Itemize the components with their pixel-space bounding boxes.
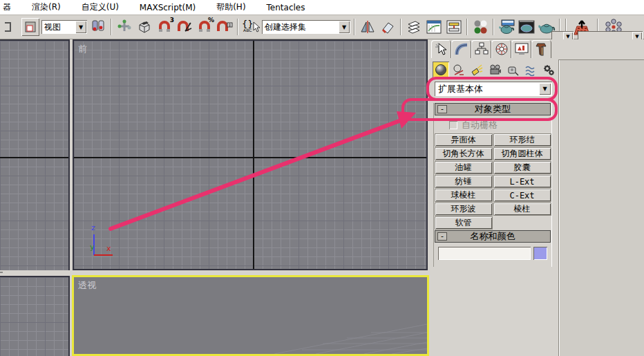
tab-display[interactable]: [511, 40, 531, 58]
chevron-down-icon[interactable]: ▼: [339, 21, 350, 33]
chevron-down-icon[interactable]: ▼: [539, 83, 551, 95]
main-toolbar: 视图 ▼ 3 % {} ABC: [0, 15, 644, 39]
button-hedra[interactable]: 异面体: [435, 134, 492, 146]
category-shapes[interactable]: [451, 62, 467, 77]
curve-editor-icon[interactable]: [425, 18, 443, 36]
mirror-icon[interactable]: [359, 18, 377, 36]
primitive-type-dropdown[interactable]: 扩展基本体 ▼: [435, 82, 552, 96]
named-selection-combo[interactable]: 创建选择集 ▼: [262, 20, 350, 34]
category-space-warps[interactable]: [522, 62, 539, 77]
toolbar-separator: [400, 19, 401, 35]
menu-item-tentacles[interactable]: Tentacles: [265, 1, 307, 14]
autogrid-row: 自动栅格: [449, 119, 551, 131]
3dsmax-window: 器 渲染(R) 自定义(U) MAXScript(M) 帮助(H) Tentac…: [0, 0, 644, 356]
use-pivot-point-center-icon[interactable]: [89, 18, 107, 36]
snap-3-badge: 3: [170, 17, 174, 24]
partial-left-icon[interactable]: [1, 18, 19, 36]
perspective-grid: [74, 277, 427, 354]
button-c-ext[interactable]: C-Ext: [494, 189, 551, 201]
viewport-bottom-partial[interactable]: [0, 276, 70, 356]
axis-tripod: z y x: [88, 219, 122, 261]
world-axis-line: [0, 157, 68, 158]
chevron-down-icon[interactable]: ▼: [75, 21, 86, 33]
viewport-front-label[interactable]: 前: [78, 43, 87, 55]
button-prism[interactable]: 棱柱: [494, 203, 551, 215]
menu-item-help[interactable]: 帮助(H): [215, 0, 247, 15]
select-region-icon[interactable]: [21, 18, 39, 36]
object-buttons-grid: 异面体 环形结 切角长方体 切角圆柱体 油罐 胶囊 纺锤 L-Ext 球棱柱 C…: [434, 133, 551, 234]
viewport-top-partial[interactable]: [0, 39, 70, 270]
menu-item-rendering[interactable]: 渲染(R): [30, 0, 62, 15]
render-setup-icon[interactable]: [498, 18, 515, 36]
collapse-icon[interactable]: -: [437, 105, 447, 113]
percent-badge: %: [208, 17, 214, 24]
named-selection-value: 创建选择集: [265, 21, 306, 33]
manage-layers-icon[interactable]: [405, 18, 423, 36]
name-color-rollout-title: 名称和颜色: [471, 230, 515, 243]
tab-create[interactable]: [431, 40, 451, 58]
button-oil-tank[interactable]: 油罐: [435, 162, 492, 174]
object-type-rollout-header[interactable]: - 对象类型: [435, 103, 551, 115]
select-and-manipulate-icon[interactable]: [115, 18, 133, 36]
world-axis-vertical: [253, 41, 254, 269]
toolbar-separator: [237, 19, 238, 35]
command-panel-tabs: [431, 40, 551, 59]
button-torus-knot[interactable]: 环形结: [494, 134, 551, 146]
tab-motion[interactable]: [491, 40, 511, 58]
category-helpers[interactable]: [504, 62, 521, 77]
button-ringwave[interactable]: 环形波: [435, 203, 492, 215]
schematic-view-icon[interactable]: [445, 18, 463, 36]
percent-snap-icon[interactable]: %: [196, 18, 214, 36]
command-panel: 扩展基本体 ▼ - 对象类型 自动栅格 异面体 环形结 切角长方体 切角圆柱体 …: [430, 39, 644, 356]
button-l-ext[interactable]: L-Ext: [494, 176, 551, 187]
spinner-snap-icon[interactable]: [216, 18, 234, 36]
object-color-swatch[interactable]: [533, 247, 547, 260]
name-color-row: [434, 243, 551, 265]
object-name-input[interactable]: [438, 247, 531, 260]
angle-snap-icon[interactable]: [176, 18, 193, 36]
button-chamfer-cylinder[interactable]: 切角圆柱体: [494, 148, 551, 160]
axis-y-label: y: [90, 243, 95, 252]
menu-item-customize[interactable]: 自定义(U): [80, 0, 120, 15]
menu-bar: 器 渲染(R) 自定义(U) MAXScript(M) 帮助(H) Tentac…: [0, 0, 644, 15]
viewport-perspective[interactable]: 透视: [72, 275, 429, 356]
create-categories: [433, 62, 557, 78]
rendered-frame-window-icon[interactable]: [518, 18, 536, 36]
align-icon[interactable]: [379, 18, 397, 36]
menu-item-partial[interactable]: 器: [1, 0, 12, 15]
category-geometry[interactable]: [433, 62, 449, 77]
toolbar-separator: [354, 19, 355, 35]
tab-utilities[interactable]: [531, 40, 551, 58]
snap-toggle-icon[interactable]: 3: [155, 18, 173, 36]
name-color-rollout: - 名称和颜色: [433, 230, 552, 267]
toolbar-separator: [111, 19, 112, 35]
axis-z-label: z: [91, 223, 95, 232]
primitive-type-value: 扩展基本体: [438, 83, 483, 95]
autogrid-checkbox[interactable]: [449, 121, 457, 129]
autogrid-label: 自动栅格: [462, 119, 498, 131]
object-type-rollout: - 对象类型 自动栅格 异面体 环形结 切角长方体 切角圆柱体 油罐 胶囊 纺锤…: [433, 103, 552, 237]
button-capsule[interactable]: 胶囊: [494, 162, 551, 174]
keyboard-override-cube-icon[interactable]: [135, 18, 153, 36]
toolbar-separator: [493, 19, 494, 35]
tab-modify[interactable]: [451, 40, 471, 58]
category-cameras[interactable]: [486, 62, 503, 77]
object-type-rollout-title: 对象类型: [475, 103, 511, 115]
category-systems[interactable]: [540, 62, 557, 77]
menu-item-maxscript[interactable]: MAXScript(M): [138, 1, 197, 14]
name-color-rollout-header[interactable]: - 名称和颜色: [435, 230, 551, 243]
button-spindle[interactable]: 纺锤: [435, 176, 492, 187]
reference-coordinate-dropdown[interactable]: 视图 ▼: [41, 20, 87, 34]
collapse-icon[interactable]: -: [437, 232, 447, 241]
material-editor-icon[interactable]: [471, 18, 489, 36]
tab-hierarchy[interactable]: [471, 40, 491, 58]
button-hose[interactable]: 软管: [435, 217, 492, 229]
panel-blank-area: [559, 60, 644, 356]
reference-coordinate-value: 视图: [44, 21, 61, 33]
category-lights[interactable]: [468, 62, 485, 77]
edit-named-selections-icon[interactable]: {} ABC: [242, 18, 260, 36]
button-gengon[interactable]: 球棱柱: [435, 189, 492, 201]
button-chamfer-box[interactable]: 切角长方体: [435, 148, 492, 160]
viewport-front[interactable]: 前 z y x: [73, 39, 428, 270]
toolbar-separator: [466, 19, 468, 35]
